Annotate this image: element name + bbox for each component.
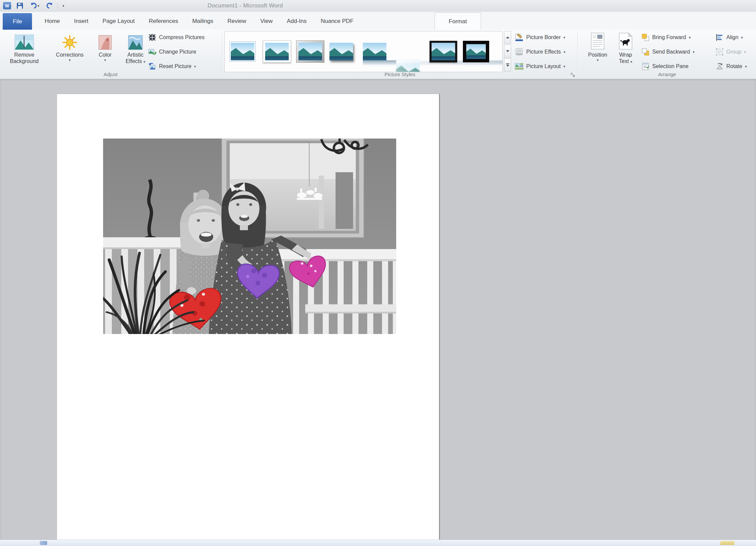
send-backward-icon — [641, 48, 650, 56]
document-photo[interactable] — [103, 139, 396, 334]
bring-forward-label: Bring Forward — [652, 34, 686, 40]
undo-dropdown-caret: ▾ — [37, 4, 39, 7]
taskbar-tray-icon[interactable] — [720, 541, 734, 545]
reset-picture-button[interactable]: Reset Picture ▾ — [148, 61, 196, 72]
gallery-scroll-down-button[interactable] — [504, 45, 511, 58]
dropdown-caret: ▾ — [741, 36, 743, 39]
wrap-text-icon — [619, 31, 633, 50]
chevron-down-icon: ▾ — [62, 4, 64, 7]
color-button[interactable]: Color ▾ — [90, 31, 120, 70]
wrap-text-button[interactable]: Wrap Text ▾ — [614, 31, 637, 70]
tab-nuance-pdf[interactable]: Nuance PDF — [314, 12, 360, 30]
picture-layout-button[interactable]: Picture Layout ▾ — [515, 61, 565, 72]
picture-effects-button[interactable]: Picture Effects ▾ — [515, 46, 565, 58]
position-button[interactable]: Position ▾ — [584, 31, 611, 70]
change-picture-icon — [148, 48, 156, 56]
tab-review[interactable]: Review — [220, 12, 253, 30]
dropdown-caret: ▾ — [104, 58, 106, 62]
picture-layout-label: Picture Layout — [526, 63, 561, 69]
tab-add-ins[interactable]: Add-Ins — [280, 12, 314, 30]
tab-format[interactable]: Format — [435, 12, 481, 30]
gallery-more-icon — [506, 63, 509, 67]
wrap-text-label: Wrap Text ▾ — [615, 52, 636, 64]
bring-forward-icon — [641, 33, 650, 41]
picture-styles-gallery — [224, 31, 503, 72]
position-label: Position — [588, 52, 607, 58]
tab-strip: FileHomeInsertPage LayoutReferencesMaili… — [3, 12, 360, 30]
position-icon — [591, 31, 605, 50]
dropdown-caret: ▾ — [144, 60, 146, 64]
redo-button[interactable] — [44, 1, 55, 10]
tab-insert[interactable]: Insert — [67, 12, 96, 30]
change-picture-label: Change Picture — [159, 49, 196, 55]
bring-forward-button[interactable]: Bring Forward ▾ — [641, 32, 691, 43]
align-icon — [716, 33, 724, 41]
tab-mailings[interactable]: Mailings — [185, 12, 220, 30]
ribbon-tab-row: Picture Tools FileHomeInsertPage LayoutR… — [0, 12, 756, 30]
tab-page-layout[interactable]: Page Layout — [95, 12, 141, 30]
picture-style-frame-black[interactable] — [430, 41, 457, 62]
dropdown-caret: ▾ — [693, 50, 695, 54]
dropdown-caret: ▾ — [563, 36, 565, 39]
gallery-scroll-up-button[interactable] — [504, 31, 511, 44]
picture-border-label: Picture Border — [526, 34, 561, 40]
picture-border-button[interactable]: Picture Border ▾ — [515, 32, 565, 43]
artistic-effects-icon — [128, 31, 143, 50]
taskbar-app-icon[interactable] — [40, 541, 47, 545]
remove-background-label: Remove Background — [7, 52, 42, 64]
align-button[interactable]: Align ▾ — [716, 32, 743, 43]
tab-references[interactable]: References — [142, 12, 185, 30]
style-thumbnail-landscape — [298, 43, 322, 60]
color-icon — [98, 31, 112, 50]
tab-view[interactable]: View — [253, 12, 280, 30]
compress-pictures-label: Compress Pictures — [159, 34, 204, 40]
photo-two-girls-hearts — [103, 139, 396, 334]
qat-separator — [57, 2, 58, 9]
rotate-button[interactable]: Rotate ▾ — [716, 61, 747, 72]
application-menu-button[interactable]: W — [2, 1, 12, 10]
style-thumbnail-landscape — [231, 43, 254, 60]
selection-pane-icon — [641, 62, 650, 70]
picture-style-drop-shadow[interactable] — [329, 43, 353, 60]
customize-qat-button[interactable]: ▾ — [60, 1, 66, 10]
group-label: Group — [726, 49, 741, 55]
word-window: W ▾ ▾ Doc — [0, 0, 756, 546]
picture-effects-icon — [515, 48, 524, 56]
tab-file[interactable]: File — [3, 13, 32, 30]
picture-layout-icon — [515, 62, 524, 70]
style-thumbnail-landscape — [396, 60, 420, 72]
gallery-more-button[interactable] — [504, 59, 511, 71]
arrange-group-label: Arrange — [578, 71, 756, 77]
style-thumbnail-landscape — [466, 44, 486, 59]
picture-style-simple-frame[interactable] — [229, 41, 256, 62]
style-thumbnail-landscape — [432, 43, 455, 60]
picture-style-metal-frame-black[interactable] — [463, 41, 489, 62]
tab-home[interactable]: Home — [37, 12, 67, 30]
send-backward-button[interactable]: Send Backward ▾ — [641, 46, 695, 58]
send-backward-label: Send Backward — [652, 49, 690, 55]
undo-button[interactable]: ▾ — [28, 1, 42, 10]
triangle-down-icon — [506, 50, 509, 52]
group-button[interactable]: Group ▾ — [716, 46, 746, 58]
style-thumbnail-landscape — [329, 43, 353, 60]
dropdown-caret: ▾ — [69, 58, 71, 62]
compress-pictures-button[interactable]: Compress Pictures — [148, 32, 204, 43]
corrections-button[interactable]: Corrections ▾ — [51, 31, 89, 70]
change-picture-button[interactable]: Change Picture — [148, 46, 196, 58]
picture-style-bevel-matte[interactable] — [296, 40, 324, 63]
dropdown-caret: ▾ — [630, 60, 632, 64]
artistic-effects-button[interactable]: Artistic Effects ▾ — [121, 31, 150, 70]
remove-background-button[interactable]: Remove Background — [5, 31, 44, 70]
reset-picture-label: Reset Picture — [159, 63, 191, 69]
selection-pane-button[interactable]: Selection Pane — [641, 61, 689, 72]
picture-style-frame-white[interactable] — [263, 40, 291, 63]
color-label: Color — [99, 52, 112, 58]
rotate-label: Rotate — [726, 63, 742, 69]
document-canvas: Farm Boy City Girl — [0, 79, 756, 546]
dropdown-caret: ▾ — [744, 50, 746, 54]
ribbon: Remove Background Corrections ▾ Color ▾ … — [0, 30, 756, 79]
dropdown-caret: ▾ — [689, 36, 691, 39]
save-button[interactable] — [15, 1, 25, 10]
document-page — [57, 94, 440, 541]
dropdown-caret: ▾ — [745, 65, 747, 68]
